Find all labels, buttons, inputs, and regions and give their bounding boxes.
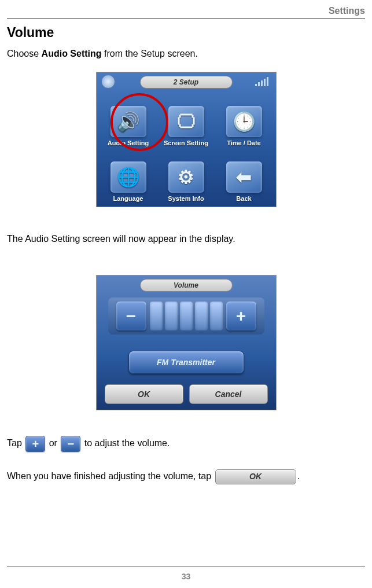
setup-screen-setting[interactable]: 🖵 Screen Setting [160, 94, 212, 146]
page-footer: 33 [7, 564, 365, 581]
intro-text: Choose Audio Setting from the Setup scre… [7, 47, 365, 60]
finish-instruction: When you have finished adjusting the vol… [7, 469, 365, 484]
globe-icon: 🌐 [111, 161, 146, 193]
volume-bar [180, 302, 193, 330]
back-arrow-icon: ⬅ [226, 161, 262, 193]
figure-setup-wrap: 2 Setup 🔊 Audio Setting 🖵 Screen Setting… [7, 72, 365, 210]
volume-screen-title: Volume [140, 279, 233, 292]
header-section: Settings [7, 6, 365, 16]
volume-bars [150, 302, 223, 330]
volume-bar [150, 302, 163, 330]
setup-cell-label: Time / Date [227, 139, 261, 146]
setup-language[interactable]: 🌐 Language [102, 150, 154, 202]
header-divider [7, 19, 365, 19]
intro-bold: Audio Setting [42, 49, 102, 58]
setup-audio-setting[interactable]: 🔊 Audio Setting [102, 94, 154, 146]
tap-mid: or [46, 438, 60, 448]
signal-icon [255, 77, 270, 86]
setup-cell-label: Audio Setting [108, 139, 149, 146]
volume-minus-button[interactable]: − [116, 302, 146, 330]
footer-divider [7, 567, 365, 567]
setup-cell-label: Screen Setting [164, 139, 208, 146]
clock-icon: 🕒 [226, 106, 262, 137]
intro-post: from the Setup screen. [102, 49, 198, 58]
compass-icon [101, 75, 115, 89]
setup-titlebar: 2 Setup [140, 76, 233, 89]
fm-transmitter-button[interactable]: FM Transmitter [128, 351, 244, 374]
volume-plus-button[interactable]: + [226, 302, 256, 330]
inline-minus-icon: − [61, 436, 80, 452]
finish-pre: When you have finished adjusting the vol… [7, 471, 214, 481]
inline-ok-button: OK [215, 469, 296, 484]
volume-bar [195, 302, 208, 330]
gear-icon: ⚙ [168, 161, 204, 193]
setup-system-info[interactable]: ⚙ System Info [160, 150, 212, 202]
figure-volume: Volume − + FM Transmitter OK Cancel [96, 275, 277, 410]
tap-pre: Tap [7, 438, 24, 448]
page-number: 33 [7, 572, 365, 581]
mid-text: The Audio Setting screen will now appear… [7, 233, 365, 245]
setup-cell-label: System Info [168, 195, 204, 202]
intro-pre: Choose [7, 49, 42, 58]
tap-post: to adjust the volume. [82, 438, 170, 448]
setup-cell-label: Back [236, 195, 251, 202]
page-title: Volume [7, 25, 365, 41]
setup-grid: 🔊 Audio Setting 🖵 Screen Setting 🕒 Time … [102, 94, 270, 202]
volume-bar [165, 302, 178, 330]
figure-volume-wrap: Volume − + FM Transmitter OK Cancel [7, 275, 365, 413]
figure-setup: 2 Setup 🔊 Audio Setting 🖵 Screen Setting… [96, 72, 277, 207]
monitor-icon: 🖵 [168, 106, 204, 137]
volume-bar [210, 302, 223, 330]
tap-instruction: Tap + or − to adjust the volume. [7, 436, 365, 452]
volume-slider-row: − + [108, 297, 264, 335]
ok-button[interactable]: OK [105, 384, 183, 404]
setup-cell-label: Language [113, 195, 143, 202]
setup-time-date[interactable]: 🕒 Time / Date [218, 94, 270, 146]
finish-post: . [297, 471, 300, 481]
speaker-icon: 🔊 [111, 106, 146, 137]
setup-back[interactable]: ⬅ Back [218, 150, 270, 202]
volume-bottom-row: OK Cancel [105, 384, 268, 404]
inline-plus-icon: + [25, 436, 45, 452]
cancel-button[interactable]: Cancel [189, 384, 268, 404]
